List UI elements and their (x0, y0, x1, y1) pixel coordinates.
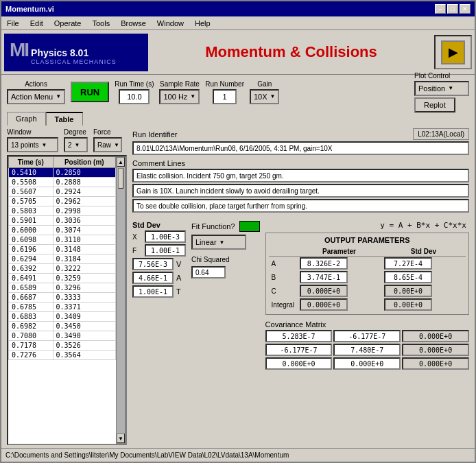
video-icon[interactable]: ▶ (434, 35, 472, 69)
param-b-std[interactable] (384, 271, 432, 283)
comment2-input[interactable] (132, 184, 469, 198)
scroll-thumb[interactable] (118, 168, 123, 189)
fit-function-dropdown[interactable]: Linear ▼ (191, 235, 246, 250)
std-dev-header: Std Dev (381, 247, 466, 257)
menu-file[interactable]: File (4, 19, 22, 28)
param-b-value[interactable] (300, 271, 348, 283)
close-button[interactable]: ✕ (460, 4, 471, 14)
data-table: Time (s) Position (m) 0.54100.28500.5508… (8, 156, 116, 360)
param-a-std[interactable] (384, 257, 432, 270)
maximize-button[interactable]: □ (447, 4, 458, 14)
plot-control-dropdown[interactable]: Position ▼ (414, 81, 469, 96)
table-row[interactable]: 0.60000.3074 (9, 226, 116, 235)
menu-window[interactable]: Window (154, 19, 187, 28)
window-filter-group: Window 13 points ▼ (7, 128, 58, 152)
table-row[interactable]: 0.66870.3333 (9, 293, 116, 302)
scroll-track (117, 167, 125, 434)
std-dev-section: Std Dev X F V A (132, 221, 186, 298)
menu-operate[interactable]: Operate (51, 19, 84, 28)
plot-control-value: Position (418, 84, 445, 93)
run-time-label: Run Time (s) (115, 80, 154, 88)
std-dev-v-input[interactable] (132, 258, 174, 270)
table-row[interactable]: 0.55080.2888 (9, 178, 116, 187)
sample-rate-group: Sample Rate 100 Hz ▼ (159, 80, 200, 104)
run-id-path-input[interactable] (132, 141, 469, 155)
cov-2-2[interactable] (402, 357, 469, 370)
minimize-button[interactable]: – (435, 4, 446, 14)
scroll-down-button[interactable]: ▼ (117, 434, 125, 443)
cov-1-1[interactable] (333, 344, 401, 356)
table-row[interactable]: 0.64910.3259 (9, 274, 116, 283)
table-row[interactable]: 0.60980.3110 (9, 235, 116, 245)
table-row[interactable]: 0.57050.2962 (9, 197, 116, 206)
cov-0-0[interactable] (265, 330, 333, 342)
table-row[interactable]: 0.61960.3148 (9, 245, 116, 254)
table-row[interactable]: 0.68830.3409 (9, 312, 116, 322)
gain-label: Gain (257, 80, 272, 88)
table-row[interactable]: 0.56070.2924 (9, 187, 116, 197)
table-row[interactable]: 0.67850.3371 (9, 302, 116, 312)
fit-dropdown-arrow-icon: ▼ (219, 239, 225, 246)
table-row[interactable]: 0.59010.3036 (9, 216, 116, 226)
table-row[interactable]: 0.69820.3450 (9, 322, 116, 331)
scroll-up-button[interactable]: ▲ (117, 157, 125, 167)
cov-2-0[interactable] (265, 357, 333, 370)
output-params-title: OUTPUT PARAMETERS (269, 236, 466, 244)
std-dev-x-input[interactable] (145, 230, 186, 243)
run-number-input[interactable] (213, 89, 237, 104)
cov-1-0[interactable] (265, 344, 333, 356)
gain-dropdown[interactable]: 10X ▼ (250, 89, 280, 104)
chi-squared-input[interactable] (191, 266, 226, 278)
window-filter-dropdown[interactable]: 13 points ▼ (7, 137, 58, 152)
table-row[interactable]: 0.65890.3296 (9, 283, 116, 293)
action-menu-dropdown[interactable]: Action Menu ▼ (7, 89, 65, 104)
position-column-header: Position (m) (53, 157, 115, 168)
tab-graph[interactable]: Graph (7, 112, 46, 126)
force-filter-arrow-icon: ▼ (114, 142, 119, 148)
sample-rate-dropdown[interactable]: 100 Hz ▼ (159, 89, 200, 104)
std-dev-t-input[interactable] (132, 285, 174, 298)
param-c-value[interactable] (300, 285, 348, 297)
param-a-value[interactable] (300, 257, 348, 270)
run-identifier-label: Run Identifier (132, 130, 177, 139)
logo-mit: MI (10, 39, 28, 61)
actions-group: Actions Action Menu ▼ (7, 80, 65, 104)
integral-std[interactable] (384, 298, 432, 311)
comment3-input[interactable] (132, 199, 469, 213)
std-dev-a-input[interactable] (132, 272, 174, 284)
play-button[interactable]: ▶ (441, 40, 465, 64)
t-suffix: T (176, 287, 181, 296)
table-row[interactable]: 0.62940.3184 (9, 254, 116, 264)
fit-indicator (239, 221, 260, 232)
table-row[interactable]: 0.54100.2850 (9, 168, 116, 178)
run-time-input[interactable] (119, 89, 150, 104)
run-number-group: Run Number (205, 80, 244, 104)
menu-tools[interactable]: Tools (89, 19, 112, 28)
cov-1-2[interactable] (402, 344, 469, 356)
run-button[interactable]: RUN (71, 82, 109, 102)
output-params-section: OUTPUT PARAMETERS Parameter Std Dev (265, 233, 469, 315)
comment1-input[interactable] (132, 169, 469, 182)
cov-2-1[interactable] (333, 357, 401, 370)
integral-value[interactable] (300, 298, 348, 311)
cov-0-1[interactable] (333, 330, 401, 342)
table-row[interactable]: 0.71780.3526 (9, 341, 116, 351)
right-panel: Run Identifier L02:13A(Local) Comment Li… (132, 128, 469, 445)
menu-help[interactable]: Help (192, 19, 213, 28)
table-row[interactable]: 0.70800.3490 (9, 331, 116, 341)
window-filter-label: Window (7, 128, 58, 136)
degree-filter-dropdown[interactable]: 2 ▼ (64, 137, 88, 152)
table-scrollbar[interactable]: ▲ ▼ (116, 156, 126, 444)
covariance-section: Covariance Matrix (265, 320, 469, 370)
table-row[interactable]: 0.63920.3222 (9, 264, 116, 274)
std-dev-f-input[interactable] (145, 244, 186, 257)
cov-0-2[interactable] (402, 330, 469, 342)
menu-edit[interactable]: Edit (27, 19, 46, 28)
table-row[interactable]: 0.58030.2998 (9, 206, 116, 216)
param-c-std[interactable] (384, 285, 432, 297)
table-row[interactable]: 0.72760.3564 (9, 351, 116, 360)
force-filter-dropdown[interactable]: Raw ▼ (93, 137, 122, 152)
tab-table[interactable]: Table (46, 112, 83, 126)
status-bar: C:\Documents and Settings\litster\My Doc… (1, 448, 475, 462)
menu-browse[interactable]: Browse (118, 19, 149, 28)
